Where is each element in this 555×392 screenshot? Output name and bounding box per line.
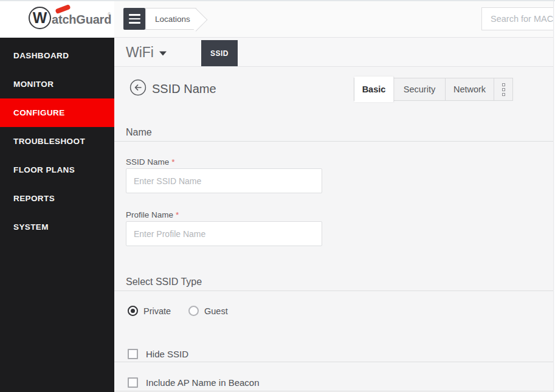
- section-tabs: Basic Security Network: [354, 78, 513, 101]
- ssid-type-section-title: Select SSID Type: [126, 277, 202, 287]
- hide-ssid-option[interactable]: Hide SSID: [128, 349, 188, 359]
- radio-label: Private: [143, 306, 171, 316]
- sidebar-item-floor-plans[interactable]: FLOOR PLANS: [0, 156, 114, 184]
- sidebar-item-system[interactable]: SYSTEM: [0, 213, 114, 241]
- sidebar-item-label: CONFIGURE: [13, 108, 65, 117]
- hide-ssid-checkbox[interactable]: [128, 349, 138, 359]
- hamburger-menu-button[interactable]: [123, 8, 145, 30]
- tab-basic[interactable]: Basic: [354, 77, 394, 102]
- required-asterisk: *: [171, 157, 174, 167]
- breadcrumb-label: Locations: [155, 15, 190, 24]
- tab-ssid-label: SSID: [210, 49, 229, 58]
- topbar: Locations: [114, 0, 555, 38]
- ssid-name-field[interactable]: [126, 168, 322, 193]
- profile-name-label: Profile Name*: [126, 210, 179, 219]
- logo-w-circle-icon: W: [29, 7, 51, 29]
- sidebar-item-label: DASHBOARD: [13, 51, 69, 60]
- radio-selected-icon[interactable]: [128, 306, 138, 316]
- back-arrow-icon[interactable]: [129, 79, 147, 96]
- required-asterisk: *: [176, 210, 179, 219]
- watchguard-logo[interactable]: W atchGuard ®: [0, 0, 114, 38]
- divider: [114, 291, 555, 291]
- sidebar-item-label: MONITOR: [13, 80, 53, 89]
- sidebar-item-label: REPORTS: [13, 194, 55, 203]
- sidebar-item-dashboard[interactable]: DASHBOARD: [0, 41, 114, 70]
- sidebar-item-monitor[interactable]: MONITOR: [0, 70, 114, 98]
- checkbox-label: Include AP Name in Beacon: [146, 377, 260, 388]
- window-top-edge: [0, 0, 555, 1]
- divider: [114, 141, 555, 142]
- module-bar: WiFi SSID: [114, 38, 555, 67]
- logo-wordmark: atchGuard: [52, 13, 111, 27]
- name-section-title: Name: [126, 127, 152, 138]
- more-tabs-kebab-icon[interactable]: [494, 78, 512, 100]
- sidebar-item-label: FLOOR PLANS: [13, 165, 75, 174]
- ssid-name-label: SSID Name*: [126, 157, 175, 167]
- profile-name-field[interactable]: [126, 221, 322, 246]
- page-title: SSID Name: [152, 82, 216, 96]
- radio-unselected-icon[interactable]: [188, 306, 199, 316]
- module-label: WiFi: [126, 44, 154, 60]
- sidebar-item-label: SYSTEM: [13, 222, 49, 232]
- tab-network[interactable]: Network: [446, 78, 494, 100]
- sidebar-item-configure[interactable]: CONFIGURE: [0, 98, 114, 127]
- chevron-down-icon: [159, 51, 167, 55]
- ssid-type-guest-option[interactable]: Guest: [188, 306, 228, 316]
- radio-label: Guest: [204, 306, 228, 316]
- sidebar-item-label: TROUBLESHOOT: [13, 137, 85, 146]
- breadcrumb-locations[interactable]: Locations: [145, 8, 196, 30]
- hamburger-icon: [129, 14, 140, 16]
- sidebar: W atchGuard ® DASHBOARD MONITOR CONFIGUR…: [0, 0, 114, 392]
- tab-security[interactable]: Security: [394, 78, 446, 100]
- divider: [114, 391, 555, 391]
- page-content: SSID Name Basic Security Network Name SS…: [114, 67, 555, 392]
- include-ap-name-option[interactable]: Include AP Name in Beacon: [128, 377, 260, 388]
- checkbox-label: Hide SSID: [146, 349, 188, 359]
- ssid-type-private-option[interactable]: Private: [128, 306, 171, 316]
- sidebar-item-troubleshoot[interactable]: TROUBLESHOOT: [0, 127, 114, 156]
- sidebar-item-reports[interactable]: REPORTS: [0, 184, 114, 213]
- module-selector[interactable]: WiFi: [126, 44, 167, 60]
- main-area: Locations WiFi SSID SSID Name Basic Secu…: [114, 0, 555, 392]
- divider: [114, 362, 555, 362]
- tab-ssid[interactable]: SSID: [201, 40, 238, 66]
- search-input[interactable]: [481, 7, 555, 30]
- include-ap-name-checkbox[interactable]: [128, 377, 138, 388]
- sidebar-nav: DASHBOARD MONITOR CONFIGURE TROUBLESHOOT…: [0, 38, 114, 241]
